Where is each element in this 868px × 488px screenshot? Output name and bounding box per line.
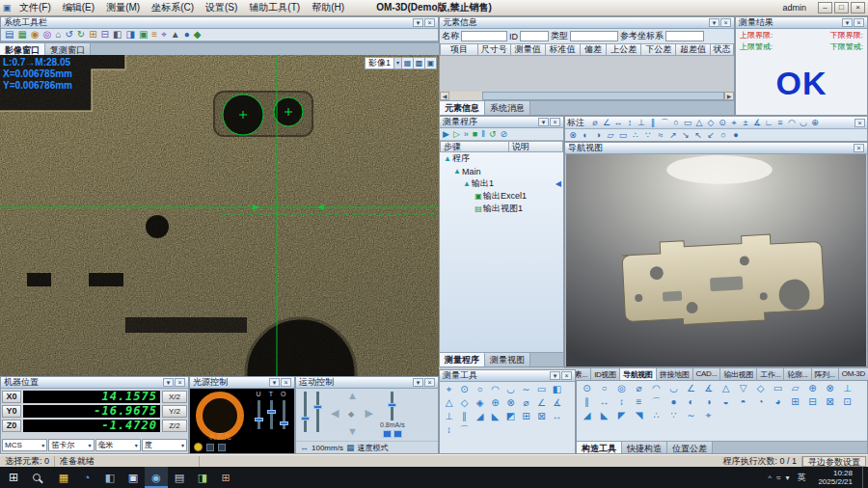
construct-tool-icon[interactable]: ⊟	[805, 396, 820, 408]
measure-tool-icon[interactable]: ⊥	[443, 411, 455, 422]
view-tab[interactable]: CAD...	[693, 368, 721, 380]
measure-tool-icon[interactable]: ◇	[458, 397, 471, 409]
lamp-on-button[interactable]	[194, 443, 203, 451]
annotation-icon[interactable]: ∥	[647, 117, 659, 128]
field-input[interactable]	[520, 31, 549, 41]
construct-tool-icon[interactable]: ◡	[666, 383, 681, 394]
construct-tool-icon[interactable]: ◣	[597, 410, 611, 421]
maximize-button[interactable]	[834, 2, 849, 14]
coordinate-select[interactable]: 度	[142, 439, 187, 451]
clock[interactable]: 10:28 2025/2/21	[818, 469, 853, 486]
program-column-header[interactable]: 说明	[509, 141, 563, 152]
light-slider[interactable]	[270, 400, 273, 429]
field-input[interactable]	[461, 31, 507, 41]
toolbar-icon[interactable]: ⊟	[101, 29, 109, 41]
program-toolbar-icon[interactable]: »	[464, 129, 469, 140]
light-slider[interactable]	[283, 400, 285, 429]
annotation-icon[interactable]: △	[693, 117, 705, 128]
close-icon[interactable]	[561, 371, 572, 380]
jog-left-button[interactable]: ◀	[331, 408, 339, 419]
light-slider[interactable]	[258, 400, 260, 429]
jog-speed-slider[interactable]	[316, 392, 319, 432]
taskbar-app-icon[interactable]: ◔	[75, 467, 98, 488]
construct-tab[interactable]: 位置公差	[667, 442, 713, 453]
program-toolbar-icon[interactable]: ■	[473, 129, 477, 140]
coordinate-select[interactable]: 笛卡尔	[48, 439, 94, 451]
annotation-icon[interactable]: ◑	[592, 129, 604, 141]
jog-right-button[interactable]: ▶	[366, 408, 373, 419]
construct-tool-icon[interactable]: ▱	[788, 383, 802, 394]
image-window-tab[interactable]: 影像窗口	[0, 43, 45, 55]
close-icon[interactable]	[281, 378, 291, 387]
menu-item[interactable]: 文件(F)	[14, 1, 57, 14]
jog-stop-button[interactable]: ◆	[348, 409, 354, 420]
annotation-icon[interactable]: ◐	[580, 129, 591, 141]
edge-settings-button[interactable]: 寻边参数设置	[802, 456, 866, 467]
annotation-icon[interactable]: ↔	[612, 117, 624, 128]
jog-down-button[interactable]: ▼	[347, 426, 358, 437]
coordinate-select[interactable]: MCS	[2, 439, 47, 451]
construct-tool-icon[interactable]: ⊗	[823, 383, 837, 394]
tree-node-label[interactable]: 程序	[452, 152, 470, 165]
annotation-icon[interactable]: ↕	[624, 117, 636, 128]
close-icon[interactable]	[550, 118, 560, 126]
construct-tool-icon[interactable]: ◤	[614, 410, 629, 421]
taskbar-app-icon[interactable]: ⊞	[214, 467, 237, 488]
annotation-icon[interactable]: ∠	[601, 117, 612, 128]
construct-tool-icon[interactable]: ◕	[771, 396, 785, 408]
annotation-icon[interactable]: ↘	[680, 129, 692, 141]
column-header[interactable]: 状态	[711, 43, 734, 56]
annotation-icon[interactable]: ∵	[642, 129, 654, 141]
measure-tool-icon[interactable]: ⊕	[489, 397, 502, 409]
collapse-icon[interactable]	[413, 18, 423, 27]
tray-icon[interactable]: ^	[768, 474, 772, 482]
toolbar-icon[interactable]: ◧	[113, 29, 122, 41]
construct-tool-icon[interactable]: ≡	[632, 396, 646, 408]
construct-tool-icon[interactable]: ∡	[701, 383, 716, 394]
tree-node-label[interactable]: Main	[462, 167, 481, 176]
camera-select[interactable]: 影像1	[366, 58, 393, 68]
tree-node-label[interactable]: 输出视图1	[483, 203, 523, 215]
tree-node-icon[interactable]: ▣	[474, 192, 483, 201]
close-icon[interactable]	[720, 18, 731, 27]
chevron-down-icon[interactable]: ▾	[393, 58, 401, 68]
show-desktop-button[interactable]	[862, 467, 866, 488]
close-icon[interactable]	[854, 18, 864, 27]
construct-tool-icon[interactable]: ◔	[753, 396, 768, 408]
toolbar-icon[interactable]: ⊞	[89, 29, 96, 41]
toolbar-icon[interactable]: ●	[184, 29, 190, 41]
lamp-option-button[interactable]	[218, 444, 226, 451]
column-header[interactable]: 测量值	[511, 43, 546, 56]
toolbar-icon[interactable]: ◨	[125, 29, 134, 41]
annotation-icon[interactable]: ◡	[798, 117, 809, 128]
measure-tool-icon[interactable]: ◠	[489, 384, 502, 395]
construct-tool-icon[interactable]: ▽	[736, 383, 750, 394]
construct-tool-icon[interactable]: ∵	[666, 410, 681, 421]
measure-tool-icon[interactable]: ◧	[551, 384, 563, 395]
taskbar-app-icon[interactable]: ▤	[168, 467, 191, 488]
column-header[interactable]: 项目	[440, 43, 478, 56]
collapse-icon[interactable]	[163, 378, 174, 387]
construct-tool-icon[interactable]: ⊥	[840, 383, 854, 394]
construct-tool-icon[interactable]: ⊠	[823, 396, 837, 408]
motion-option-button[interactable]	[393, 430, 402, 438]
construct-tool-icon[interactable]: ⊡	[840, 396, 854, 408]
toolbar-icon[interactable]: ▦	[17, 29, 26, 41]
annotation-icon[interactable]: ⊕	[809, 117, 821, 128]
column-header[interactable]: 下公差	[641, 43, 676, 56]
construct-tool-icon[interactable]: ◑	[701, 396, 716, 408]
column-header[interactable]: 超差值	[676, 43, 711, 56]
construct-tool-icon[interactable]: ●	[666, 396, 681, 408]
taskbar-app-icon[interactable]: ◉	[145, 467, 168, 488]
toolbar-icon[interactable]: ▲	[171, 29, 180, 41]
measure-tool-icon[interactable]: ⊠	[535, 411, 548, 422]
coordinate-select[interactable]: 毫米	[95, 439, 141, 451]
start-button[interactable]: ⊞	[0, 471, 27, 484]
toolbar-icon[interactable]: ↺	[65, 29, 72, 41]
measure-tool-icon[interactable]: ⌖	[443, 384, 455, 395]
taskbar-app-icon[interactable]: ◧	[98, 467, 122, 488]
menu-item[interactable]: 辅助工具(T)	[243, 1, 306, 14]
view-tab[interactable]: 阵列...	[812, 368, 839, 380]
info-tab[interactable]: 系统消息	[485, 101, 530, 115]
construct-tool-icon[interactable]: ↔	[597, 396, 611, 408]
